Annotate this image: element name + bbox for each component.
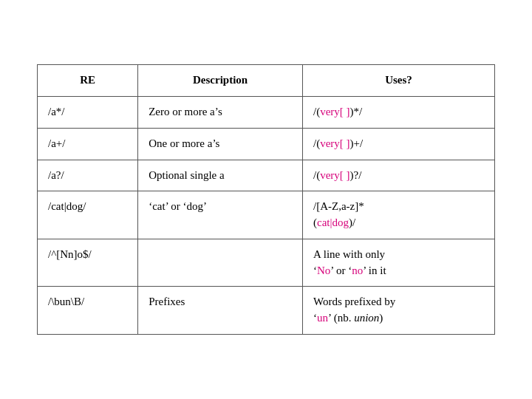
pink-text: no <box>352 265 363 276</box>
uses-cell: A line with only ‘No’ or ‘no’ in it <box>303 239 495 287</box>
uses-cell: Words prefixed by ‘un’ (nb. union) <box>303 287 495 335</box>
re-cell: /\bun\B/ <box>38 287 138 335</box>
desc-cell: Prefixes <box>138 287 303 335</box>
table-row: /a+/ One or more a’s /(very[ ])+/ <box>38 128 495 160</box>
uses-cell: /(very[ ])+/ <box>303 128 495 160</box>
re-cell: /^[Nn]o$/ <box>38 239 138 287</box>
desc-cell: ‘cat’ or ‘dog’ <box>138 191 303 239</box>
desc-cell: Zero or more a’s <box>138 97 303 129</box>
italic-text: union <box>354 312 379 324</box>
table-row: /^[Nn]o$/ A line with only ‘No’ or ‘no’ … <box>38 239 495 287</box>
table-row: /a*/ Zero or more a’s /(very[ ])*/ <box>38 97 495 129</box>
regex-table: RE Description Uses? /a*/ Zero or more a… <box>37 64 495 335</box>
pink-text: No <box>317 265 330 276</box>
uses-cell: /[A-Z,a-z]*(cat|dog)/ <box>303 191 495 239</box>
uses-cell: /(very[ ])*/ <box>303 97 495 129</box>
pink-text: un <box>317 312 328 324</box>
table-row: /cat|dog/ ‘cat’ or ‘dog’ /[A-Z,a-z]*(cat… <box>38 191 495 239</box>
pink-text: very[ ] <box>320 106 349 117</box>
main-table-container: RE Description Uses? /a*/ Zero or more a… <box>37 64 495 335</box>
desc-cell: Optional single a <box>138 160 303 191</box>
re-cell: /a+/ <box>38 128 138 160</box>
table-row: /a?/ Optional single a /(very[ ])?/ <box>38 160 495 191</box>
uses-cell: /(very[ ])?/ <box>303 160 495 191</box>
header-description: Description <box>138 65 303 97</box>
re-cell: /a?/ <box>38 160 138 191</box>
re-cell: /cat|dog/ <box>38 191 138 239</box>
re-cell: /a*/ <box>38 97 138 129</box>
desc-cell <box>138 239 303 287</box>
table-row: /\bun\B/ Prefixes Words prefixed by ‘un’… <box>38 287 495 335</box>
header-re: RE <box>38 65 138 97</box>
pink-text: very[ ] <box>320 169 349 181</box>
desc-cell: One or more a’s <box>138 128 303 160</box>
pink-text: very[ ] <box>320 137 349 149</box>
header-uses: Uses? <box>303 65 495 97</box>
pink-text: cat|dog <box>317 216 349 228</box>
